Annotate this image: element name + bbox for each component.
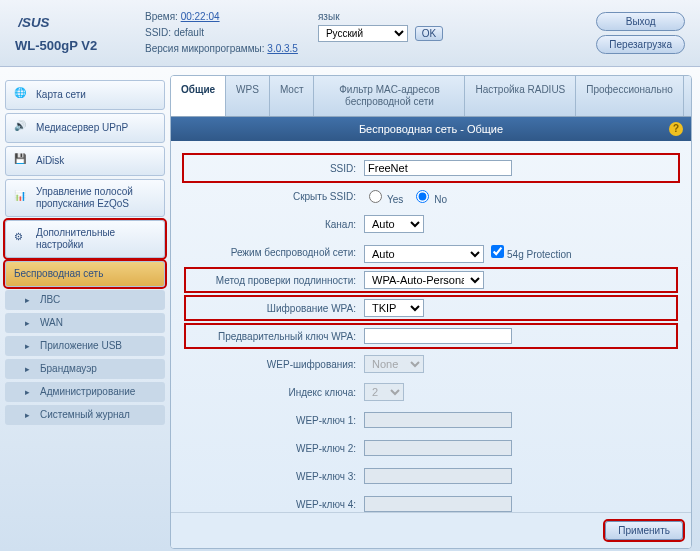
- tab-bar: Общие WPS Мост Фильтр MAC-адресов беспро…: [171, 76, 691, 117]
- fw-link[interactable]: 3.0.3.5: [267, 43, 298, 54]
- g-protect-checkbox[interactable]: [491, 245, 504, 258]
- encryption-select[interactable]: TKIP: [364, 299, 424, 317]
- key-index-select: 2: [364, 383, 404, 401]
- model-name: WL-500gP V2: [15, 38, 145, 53]
- sidebar-item-firewall[interactable]: Брандмауэр: [5, 359, 165, 379]
- wep4-input: [364, 496, 512, 512]
- map-icon: 🌐: [14, 87, 30, 103]
- reboot-button[interactable]: Перезагрузка: [596, 35, 685, 54]
- sidebar-item-qos[interactable]: 📊Управление полосой пропускания EzQoS: [5, 179, 165, 217]
- hide-yes-radio[interactable]: [369, 190, 382, 203]
- mode-select[interactable]: Auto: [364, 245, 484, 263]
- tab-professional[interactable]: Профессионально: [576, 76, 683, 116]
- auth-select[interactable]: WPA-Auto-Personal: [364, 271, 484, 289]
- sidebar-item-wireless[interactable]: Беспроводная сеть: [5, 261, 165, 287]
- logout-button[interactable]: Выход: [596, 12, 685, 31]
- tab-wps[interactable]: WPS: [226, 76, 270, 116]
- wep1-input: [364, 412, 512, 428]
- tab-radius[interactable]: Настройка RADIUS: [465, 76, 576, 116]
- form-area: SSID: Скрыть SSID:YesNo Канал:Auto Режим…: [171, 141, 691, 512]
- tab-general[interactable]: Общие: [171, 76, 226, 116]
- wep-enc-select: None: [364, 355, 424, 373]
- psk-input[interactable]: [364, 328, 512, 344]
- svg-text:/SUS: /SUS: [17, 15, 49, 30]
- sidebar: 🌐Карта сети 🔊Медиасервер UPnP 💾AiDisk 📊У…: [0, 67, 170, 551]
- media-icon: 🔊: [14, 120, 30, 136]
- sidebar-item-lan[interactable]: ЛВС: [5, 290, 165, 310]
- channel-select[interactable]: Auto: [364, 215, 424, 233]
- sidebar-item-syslog[interactable]: Системный журнал: [5, 405, 165, 425]
- time-link[interactable]: 00:22:04: [181, 11, 220, 22]
- disk-icon: 💾: [14, 153, 30, 169]
- help-icon[interactable]: ?: [669, 122, 683, 136]
- wep2-input: [364, 440, 512, 456]
- sidebar-item-usb[interactable]: Приложение USB: [5, 336, 165, 356]
- gear-icon: ⚙: [14, 231, 30, 247]
- hide-no-radio[interactable]: [416, 190, 429, 203]
- sidebar-item-aidisk[interactable]: 💾AiDisk: [5, 146, 165, 176]
- sidebar-item-upnp[interactable]: 🔊Медиасервер UPnP: [5, 113, 165, 143]
- language-select[interactable]: Русский: [318, 25, 408, 42]
- header-bar: /SUS WL-500gP V2 Время: 00:22:04 SSID: d…: [0, 0, 700, 67]
- panel-title: Беспроводная сеть - Общие ?: [171, 117, 691, 141]
- tab-bridge[interactable]: Мост: [270, 76, 315, 116]
- ssid-input[interactable]: [364, 160, 512, 176]
- sidebar-item-wan[interactable]: WAN: [5, 313, 165, 333]
- sidebar-item-advanced[interactable]: ⚙Дополнительные настройки: [5, 220, 165, 258]
- content-panel: Общие WPS Мост Фильтр MAC-адресов беспро…: [170, 75, 692, 549]
- apply-button[interactable]: Применить: [605, 521, 683, 540]
- qos-icon: 📊: [14, 190, 30, 206]
- tab-mac-filter[interactable]: Фильтр MAC-адресов беспроводной сети: [314, 76, 465, 116]
- ok-button[interactable]: OK: [415, 26, 443, 41]
- sidebar-item-map[interactable]: 🌐Карта сети: [5, 80, 165, 110]
- logo: /SUS WL-500gP V2: [15, 14, 145, 53]
- wep3-input: [364, 468, 512, 484]
- sidebar-item-admin[interactable]: Администрирование: [5, 382, 165, 402]
